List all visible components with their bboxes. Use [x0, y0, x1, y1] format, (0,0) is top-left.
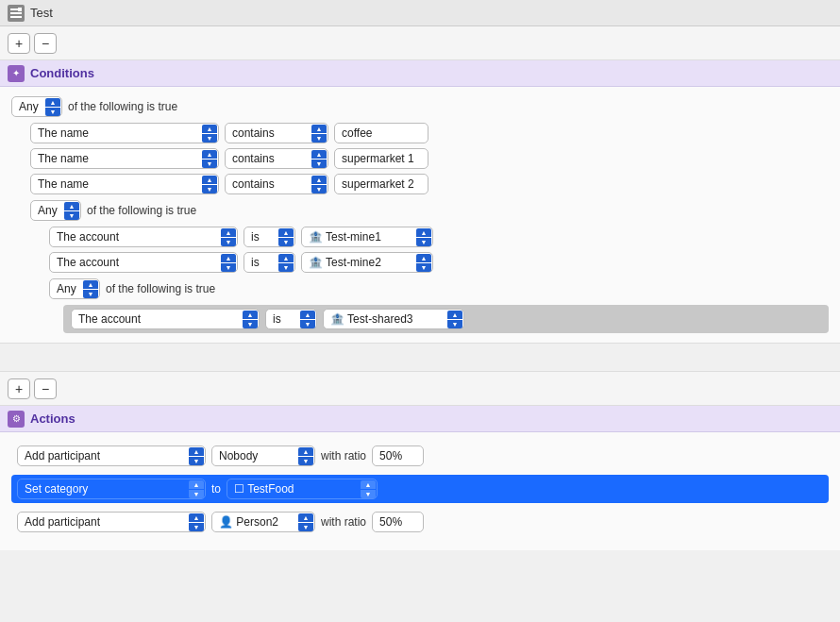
- actions-area: Add participant Set category ▲ ▼ Nobody …: [0, 432, 840, 550]
- operator-select-2[interactable]: contains is ▲ ▼: [225, 148, 328, 169]
- actions-icon: ⚙: [8, 411, 25, 428]
- action-type-select-3[interactable]: Add participant Set category ▲ ▼: [17, 512, 206, 532]
- field-select-1[interactable]: The name The account The amount ▲ ▼: [30, 123, 219, 143]
- any-row-1: Any All ▲ ▼ of the following is true: [11, 96, 829, 117]
- actions-toolbar: + −: [0, 372, 840, 406]
- account-op-select-2[interactable]: is is not ▲ ▼: [244, 252, 295, 273]
- value-input-3[interactable]: [334, 174, 428, 194]
- with-ratio-label-3: with ratio: [321, 515, 366, 529]
- to-label: to: [211, 482, 221, 496]
- actions-section-header: ⚙ Actions: [0, 406, 840, 432]
- action-row-3: Add participant Set category ▲ ▼ 👤 Perso…: [11, 508, 829, 536]
- title-bar-icon: [8, 5, 25, 22]
- svg-rect-3: [18, 8, 22, 11]
- conditions-area: Any All ▲ ▼ of the following is true The…: [0, 87, 840, 344]
- actions-title: Actions: [30, 412, 76, 426]
- conditions-add-button[interactable]: +: [8, 33, 30, 54]
- condition-name-3: The name The account ▲ ▼ contains is ▲ ▼: [11, 174, 829, 194]
- account-field-select-1[interactable]: The account The name ▲ ▼: [49, 227, 238, 247]
- ratio-input-3[interactable]: [372, 512, 424, 532]
- action-row-2-highlighted: Set category Add participant ▲ ▼ to ☐ Te…: [11, 475, 829, 503]
- of-following-label-3: of the following is true: [106, 282, 215, 295]
- account-value-select-3[interactable]: 🏦 Test-shared3 🏦 Test-mine1 🏦 Test-mine2…: [323, 309, 464, 329]
- of-following-label-2: of the following is true: [87, 204, 196, 217]
- account-op-select-1[interactable]: is is not ▲ ▼: [244, 227, 295, 247]
- condition-name-2: The name The account ▲ ▼ contains is ▲ ▼: [11, 148, 829, 169]
- conditions-title: Conditions: [30, 66, 94, 80]
- any-select-3[interactable]: Any All ▲ ▼: [49, 278, 100, 299]
- any-select-1[interactable]: Any All ▲ ▼: [11, 96, 62, 117]
- svg-rect-1: [10, 12, 22, 14]
- section-spacer: [0, 344, 840, 372]
- account-field-select-2[interactable]: The account The name ▲ ▼: [49, 252, 238, 273]
- with-ratio-label-1: with ratio: [321, 449, 366, 462]
- action-type-select-1[interactable]: Add participant Set category ▲ ▼: [17, 445, 206, 466]
- svg-rect-2: [10, 16, 22, 18]
- account-field-select-3[interactable]: The account The name ▲ ▼: [71, 309, 260, 329]
- any-row-2: Any All ▲ ▼ of the following is true: [11, 200, 829, 221]
- value-input-2[interactable]: [334, 148, 428, 169]
- condition-account-3-highlighted: The account The name ▲ ▼ is is not ▲ ▼ 🏦…: [63, 305, 829, 333]
- field-select-2[interactable]: The name The account ▲ ▼: [30, 148, 219, 169]
- account-op-select-3[interactable]: is is not ▲ ▼: [265, 309, 317, 329]
- operator-select-1[interactable]: contains is starts with ▲ ▼: [225, 123, 328, 143]
- conditions-icon: ✦: [8, 65, 25, 82]
- title-bar-label: Test: [30, 6, 53, 20]
- actions-add-button[interactable]: +: [8, 378, 30, 399]
- title-bar: Test: [0, 0, 840, 26]
- account-value-select-1[interactable]: 🏦 Test-mine1 🏦 Test-mine2 🏦 Test-shared3…: [301, 227, 433, 247]
- any-row-3: Any All ▲ ▼ of the following is true: [11, 278, 829, 299]
- actions-remove-button[interactable]: −: [34, 378, 57, 399]
- conditions-section-header: ✦ Conditions: [0, 60, 840, 87]
- account-value-select-2[interactable]: 🏦 Test-mine2 🏦 Test-mine1 🏦 Test-shared3…: [301, 252, 433, 273]
- condition-name-1: The name The account The amount ▲ ▼ cont…: [11, 123, 829, 143]
- value-input-1[interactable]: [334, 123, 428, 143]
- field-select-3[interactable]: The name The account ▲ ▼: [30, 174, 219, 194]
- condition-account-1: The account The name ▲ ▼ is is not ▲ ▼ 🏦…: [11, 227, 829, 247]
- person-select-3[interactable]: 👤 Person2 Nobody Person3 ▲ ▼: [211, 512, 315, 532]
- conditions-remove-button[interactable]: −: [34, 33, 57, 54]
- condition-account-2: The account The name ▲ ▼ is is not ▲ ▼ 🏦…: [11, 252, 829, 273]
- person-select-1[interactable]: Nobody Person2 Person3 ▲ ▼: [211, 445, 315, 466]
- ratio-input-1[interactable]: [372, 445, 424, 466]
- any-select-2[interactable]: Any All ▲ ▼: [30, 200, 81, 221]
- conditions-toolbar: + −: [0, 26, 840, 60]
- category-select[interactable]: ☐ TestFood ☐ TestOther ▲ ▼: [227, 479, 378, 499]
- of-following-label-1: of the following is true: [68, 100, 177, 113]
- action-type-select-2[interactable]: Set category Add participant ▲ ▼: [17, 479, 206, 499]
- operator-select-3[interactable]: contains is ▲ ▼: [225, 174, 328, 194]
- action-row-1: Add participant Set category ▲ ▼ Nobody …: [11, 442, 829, 470]
